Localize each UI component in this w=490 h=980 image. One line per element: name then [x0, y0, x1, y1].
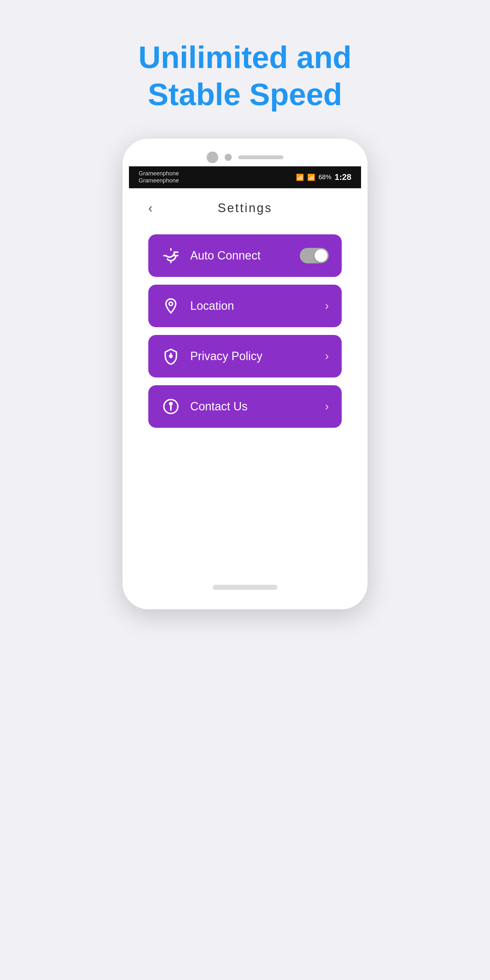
- location-label: Location: [190, 299, 325, 313]
- settings-item-location[interactable]: Location ›: [148, 285, 342, 327]
- screen-title: Settings: [148, 201, 342, 215]
- location-icon: [161, 296, 181, 316]
- privacy-chevron-icon: ›: [325, 350, 329, 363]
- svg-point-0: [169, 302, 173, 305]
- status-icons: 📶 📶 68% 1:28: [296, 172, 352, 182]
- auto-connect-icon: [161, 246, 181, 265]
- location-chevron-wrapper: ›: [325, 299, 329, 313]
- status-carrier: Grameenphone Grameenphone: [138, 170, 179, 184]
- back-button[interactable]: ‹: [148, 201, 153, 215]
- auto-connect-label: Auto Connect: [190, 249, 300, 262]
- contact-chevron-wrapper: ›: [325, 400, 329, 413]
- toggle-thumb: [315, 249, 328, 262]
- contact-chevron-icon: ›: [325, 400, 329, 413]
- privacy-icon: [161, 347, 181, 366]
- contact-icon: [161, 397, 181, 416]
- settings-list: Auto Connect Location ›: [148, 234, 342, 428]
- phone-top: [129, 151, 361, 163]
- auto-connect-toggle[interactable]: [300, 248, 329, 263]
- svg-point-4: [170, 402, 172, 405]
- screen-header: ‹ Settings: [148, 188, 342, 228]
- settings-item-privacy-policy[interactable]: Privacy Policy ›: [148, 335, 342, 377]
- settings-item-contact-us[interactable]: Contact Us ›: [148, 385, 342, 428]
- contact-us-label: Contact Us: [190, 400, 325, 413]
- wifi-icon: 📶: [307, 173, 315, 181]
- phone-speaker: [238, 155, 283, 159]
- auto-connect-toggle-wrapper: [300, 248, 329, 263]
- battery-icon: 68%: [318, 173, 331, 181]
- phone-mockup: Grameenphone Grameenphone 📶 📶 68% 1:28 ‹…: [123, 138, 368, 609]
- status-bar: Grameenphone Grameenphone 📶 📶 68% 1:28: [129, 166, 361, 188]
- status-time: 1:28: [335, 172, 352, 182]
- page-headline: Unilimited and Stable Speed: [138, 39, 352, 113]
- phone-bottom-bar: [213, 585, 277, 590]
- location-chevron-icon: ›: [325, 299, 329, 313]
- privacy-policy-label: Privacy Policy: [190, 350, 325, 363]
- phone-camera: [207, 151, 218, 163]
- settings-screen: ‹ Settings Auto Connect: [129, 188, 361, 575]
- privacy-chevron-wrapper: ›: [325, 350, 329, 363]
- signal-icon: 📶: [296, 173, 304, 181]
- phone-dots: [225, 154, 232, 161]
- settings-item-auto-connect[interactable]: Auto Connect: [148, 234, 342, 277]
